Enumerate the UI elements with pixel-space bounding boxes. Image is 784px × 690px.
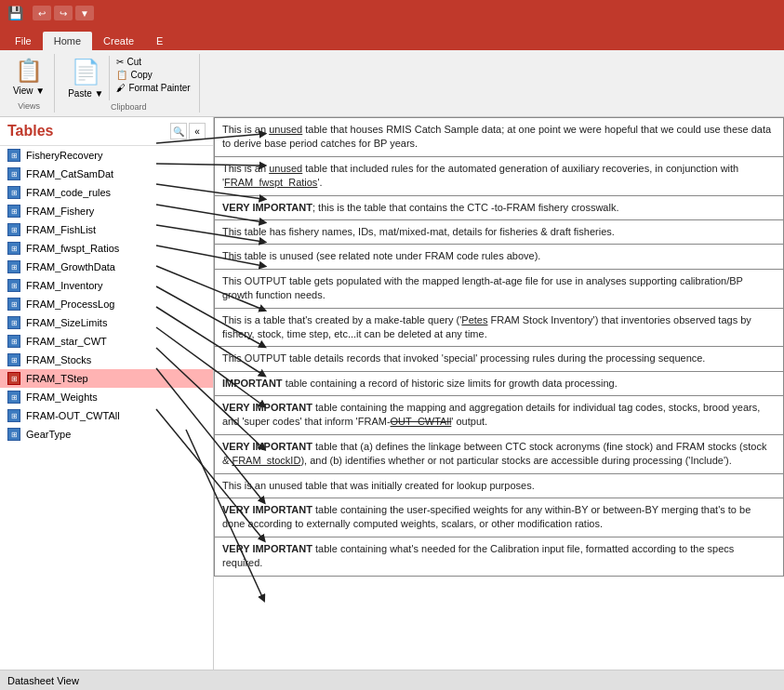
table-name-fwspt-ratios: FRAM_fwspt_Ratios [26, 243, 119, 254]
cut-button[interactable]: ✂ Cut [113, 56, 193, 68]
ribbon: 📋 View ▼ Views 📄 Paste ▼ ✂ Cut 📋 [0, 50, 784, 117]
paste-icon: 📄 [71, 58, 100, 86]
table-name-weights: FRAM_Weights [26, 391, 98, 403]
sidebar-controls: 🔍 « [170, 123, 206, 139]
annotation-2: This is an unused table that included ru… [214, 156, 784, 195]
annotation-8: This OUTPUT table details records that i… [214, 346, 784, 370]
tab-create[interactable]: Create [92, 32, 145, 50]
sidebar-item-fwspt-ratios[interactable]: ⊞ FRAM_fwspt_Ratios [0, 239, 213, 258]
annotation-11: VERY IMPORTANT table that (a) defines th… [214, 434, 784, 473]
table-icon: ⊞ [7, 149, 20, 162]
sidebar-item-fishlist[interactable]: ⊞ FRAM_FishList [0, 220, 213, 239]
table-name-stocks: FRAM_Stocks [26, 354, 91, 365]
main-content: Tables 🔍 « ⊞ FisheryRecovery ⊞ FRAM_CatS… [0, 117, 784, 670]
cut-icon: ✂ [116, 57, 124, 67]
sidebar-item-fishery[interactable]: ⊞ FRAM_Fishery [0, 202, 213, 220]
table-icon: ⊞ [7, 186, 20, 199]
annotation-6: This OUTPUT table gets populated with th… [214, 269, 784, 308]
table-name-processlog: FRAM_ProcessLog [26, 299, 114, 310]
paste-label: Paste ▼ [68, 88, 103, 99]
sidebar-item-out-cwtall[interactable]: ⊞ FRAM-OUT_CWTAll [0, 406, 213, 425]
table-icon: ⊞ [7, 298, 20, 311]
ribbon-group-clipboard: 📄 Paste ▼ ✂ Cut 📋 Copy 🖌 Format Painter [59, 54, 199, 113]
undo-button[interactable]: ↩ [33, 6, 51, 20]
ribbon-group-views: 📋 View ▼ Views [4, 54, 55, 113]
table-name-star-cwt: FRAM_star_CWT [26, 336, 107, 347]
format-painter-label: Format Painter [128, 83, 190, 93]
sidebar-item-processlog[interactable]: ⊞ FRAM_ProcessLog [0, 295, 213, 313]
redo-button[interactable]: ↪ [54, 6, 73, 20]
annotation-9: IMPORTANT table containing a record of h… [214, 371, 784, 395]
paste-button[interactable]: 📄 Paste ▼ [64, 56, 110, 100]
sidebar-search-button[interactable]: 🔍 [170, 123, 187, 139]
table-name-sizelimits: FRAM_SizeLimits [26, 317, 107, 328]
table-icon: ⊞ [7, 391, 20, 404]
sidebar-item-fisheryrecovery[interactable]: ⊞ FisheryRecovery [0, 146, 213, 165]
views-group-label: Views [18, 100, 40, 111]
annotation-13: VERY IMPORTANT table containing the user… [214, 498, 784, 537]
table-icon: ⊞ [7, 316, 20, 329]
table-name-geartype: GearType [26, 429, 71, 440]
copy-button[interactable]: 📋 Copy [113, 69, 193, 81]
sidebar-item-inventory[interactable]: ⊞ FRAM_Inventory [0, 276, 213, 295]
sidebar-item-sizelimits[interactable]: ⊞ FRAM_SizeLimits [0, 313, 213, 332]
sidebar-item-growthdata[interactable]: ⊞ FRAM_GrowthData [0, 258, 213, 276]
format-painter-icon: 🖌 [116, 83, 126, 93]
tab-external[interactable]: E [145, 32, 174, 50]
ribbon-tabs: File Home Create E [0, 26, 784, 50]
table-icon: ⊞ [7, 372, 20, 385]
cut-label: Cut [126, 57, 141, 67]
table-icon: ⊞ [7, 167, 20, 180]
table-icon: ⊞ [7, 260, 20, 273]
sidebar-item-weights[interactable]: ⊞ FRAM_Weights [0, 388, 213, 406]
table-icon: ⊞ [7, 223, 20, 236]
clipboard-group-label: Clipboard [111, 100, 147, 112]
view-icon: 📋 [15, 58, 43, 84]
view-button[interactable]: 📋 View ▼ [9, 56, 48, 98]
table-name-growthdata: FRAM_GrowthData [26, 261, 115, 272]
app-icon: 💾 [7, 6, 23, 20]
title-bar-undo-redo[interactable]: ↩ ↪ ▼ [33, 6, 94, 20]
tab-file[interactable]: File [4, 32, 43, 50]
annotation-7: This is a table that's created by a make… [214, 308, 784, 347]
annotation-4: This table has fishery names, IDs, mat/m… [214, 219, 784, 244]
sidebar-item-code-rules[interactable]: ⊞ FRAM_code_rules [0, 183, 213, 202]
status-label: Datasheet View [7, 675, 79, 686]
clipboard-items: 📄 Paste ▼ ✂ Cut 📋 Copy 🖌 Format Painter [64, 56, 193, 100]
table-name-tstep: FRAM_TStep [26, 373, 88, 384]
table-name-code-rules: FRAM_code_rules [26, 187, 111, 198]
table-icon: ⊞ [7, 279, 20, 292]
table-icon: ⊞ [7, 428, 20, 441]
sidebar-item-catsamdat[interactable]: ⊞ FRAM_CatSamDat [0, 165, 213, 183]
table-icon: ⊞ [7, 242, 20, 255]
table-name-fishery: FRAM_Fishery [26, 206, 94, 217]
sidebar: Tables 🔍 « ⊞ FisheryRecovery ⊞ FRAM_CatS… [0, 117, 214, 670]
table-icon: ⊞ [7, 335, 20, 348]
view-label: View ▼ [13, 86, 45, 96]
table-icon: ⊞ [7, 409, 20, 422]
sidebar-header: Tables 🔍 « [0, 117, 213, 146]
annotation-5: This table is unused (see related note u… [214, 244, 784, 268]
table-icon: ⊞ [7, 353, 20, 366]
sidebar-item-tstep[interactable]: ⊞ FRAM_TStep [0, 369, 213, 388]
quick-access-dropdown[interactable]: ▼ [75, 6, 94, 20]
table-name-fisheryrecovery: FisheryRecovery [26, 150, 103, 161]
tab-home[interactable]: Home [43, 32, 92, 50]
title-bar: 💾 ↩ ↪ ▼ [0, 0, 784, 26]
sidebar-collapse-button[interactable]: « [189, 123, 206, 139]
copy-icon: 📋 [116, 70, 127, 80]
sidebar-title: Tables [7, 123, 54, 139]
annotation-12: This is an unused table that was initial… [214, 473, 784, 498]
format-painter-button[interactable]: 🖌 Format Painter [113, 82, 193, 94]
sidebar-item-star-cwt[interactable]: ⊞ FRAM_star_CWT [0, 332, 213, 351]
sidebar-item-geartype[interactable]: ⊞ GearType [0, 425, 213, 444]
status-bar: Datasheet View [0, 670, 784, 690]
table-name-inventory: FRAM_Inventory [26, 280, 103, 291]
annotation-1: This is an unused table that houses RMIS… [214, 117, 784, 156]
sidebar-item-stocks[interactable]: ⊞ FRAM_Stocks [0, 351, 213, 369]
annotation-14: VERY IMPORTANT table containing what's n… [214, 537, 784, 577]
annotations-panel: This is an unused table that houses RMIS… [214, 117, 784, 670]
copy-label: Copy [130, 70, 152, 80]
table-name-fishlist: FRAM_FishList [26, 224, 96, 235]
table-name-out-cwtall: FRAM-OUT_CWTAll [26, 410, 120, 421]
